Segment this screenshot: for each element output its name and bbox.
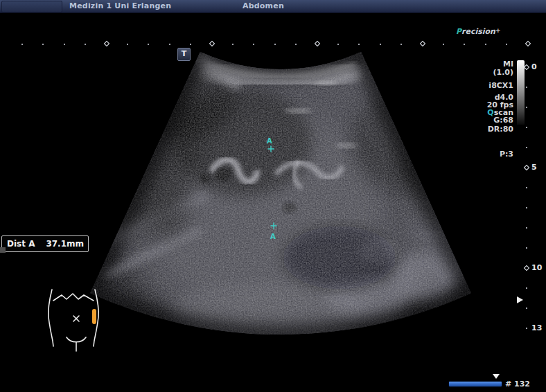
torso-top-contour	[53, 294, 94, 301]
focus-position-arrow-icon[interactable]	[517, 296, 523, 303]
measurement-box-handle[interactable]	[0, 247, 6, 253]
sector-fan	[62, 28, 492, 353]
cine-cursor-icon[interactable]	[493, 374, 500, 379]
caliper-a-lower-label: A	[270, 233, 276, 240]
navel-x-mark	[73, 316, 79, 321]
body-marker[interactable]	[39, 281, 115, 359]
caliper-a-upper-label: A	[267, 137, 272, 145]
t-marker-button[interactable]: T	[177, 48, 191, 61]
param-dynamic-range: DR:80	[488, 125, 513, 134]
ultrasound-screen: Medizin 1 Uni Erlangen Abdomen Precision…	[0, 0, 546, 392]
measurement-value: 37.1mm	[46, 236, 84, 251]
torso-left-contour	[49, 289, 53, 346]
grayscale-bar	[517, 60, 525, 125]
param-gain: G:68	[493, 116, 513, 125]
cine-frame-label: # 132	[505, 380, 530, 389]
cine-progress-bar[interactable]	[449, 382, 502, 386]
param-persistence: P:3	[500, 150, 513, 159]
probe-position-marker[interactable]	[92, 309, 96, 324]
torso-bottom-curve	[67, 337, 86, 342]
param-transducer: i8CX1	[488, 81, 513, 90]
measurement-result-box[interactable]: Dist A 37.1mm	[1, 235, 89, 252]
param-mi-value: (1.0)	[493, 68, 513, 77]
measurement-label: Dist A	[7, 236, 35, 251]
abdomen-pictogram-icon	[49, 289, 99, 351]
